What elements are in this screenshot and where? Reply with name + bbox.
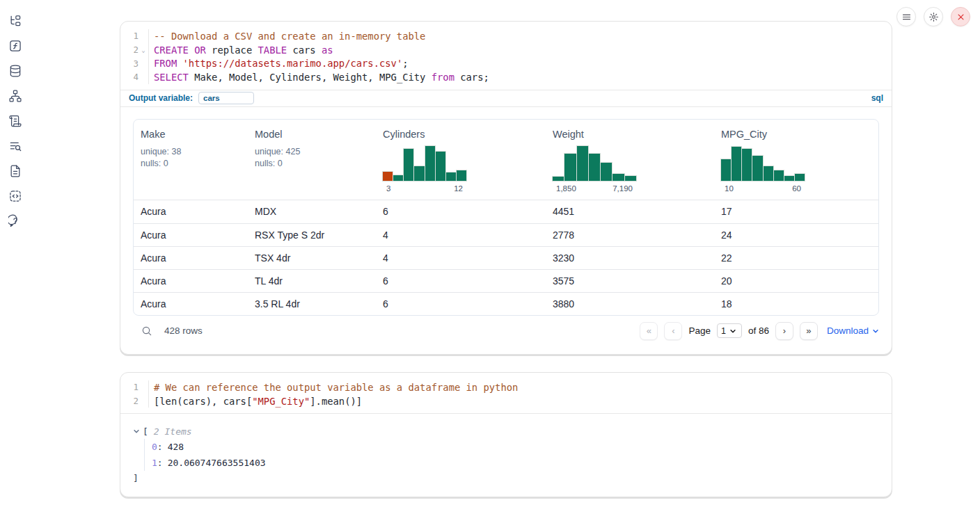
sidebar-item-logs[interactable] — [6, 138, 24, 154]
code-line[interactable]: 2 ⌄ CREATE OR replace TABLE cars as — [120, 43, 892, 57]
sidebar-item-dependency-graph[interactable] — [6, 88, 24, 104]
items-count-label: 2 Items — [154, 426, 192, 437]
code-line[interactable]: 1 -- Download a CSV and create an in-mem… — [120, 29, 892, 43]
line-number: 2 — [120, 396, 139, 406]
database-icon — [8, 64, 22, 78]
histogram-bar — [764, 166, 773, 181]
column-header-mpg-city[interactable]: MPG_City 10 60 — [714, 120, 878, 200]
table-cell: RSX Type S 2dr — [248, 230, 376, 241]
chevrons-right-icon: » — [806, 326, 811, 335]
code-snippet-icon — [8, 189, 22, 203]
table-cell: 3230 — [546, 252, 714, 264]
histogram-axis: 10 60 — [721, 184, 805, 193]
last-page-button[interactable]: » — [800, 322, 818, 340]
code-line[interactable]: 3 FROM 'https://datasets.marimo.app/cars… — [120, 56, 892, 70]
collapse-chevron-icon[interactable] — [133, 428, 140, 435]
sidebar-item-file-tree[interactable] — [6, 13, 24, 29]
histogram-bar — [795, 174, 805, 181]
code-token: ; — [402, 58, 408, 69]
cylinders-histogram[interactable]: 3 12 — [383, 146, 466, 193]
mpg-city-histogram[interactable]: 10 60 — [721, 146, 805, 193]
table-cell: 18 — [714, 298, 878, 309]
column-stats: unique: 38 nulls: 0 — [141, 146, 241, 170]
code-line[interactable]: 2 [len(cars), cars["MPG_City"].mean()] — [120, 394, 892, 408]
weight-histogram[interactable]: 1,850 7,190 — [553, 146, 636, 193]
sidebar-item-scratchpad[interactable] — [6, 113, 24, 129]
table-search-button[interactable] — [141, 325, 152, 337]
python-code-editor[interactable]: 1 # We can reference the output variable… — [120, 373, 892, 413]
output-variable-row: Output variable: sql — [120, 90, 892, 107]
code-token: -- Download a CSV and create an in-memor… — [154, 31, 425, 42]
code-line[interactable]: 4 SELECT Make, Model, Cylinders, Weight,… — [120, 70, 892, 84]
histogram-bar — [774, 170, 784, 181]
table-row: Acura TSX 4dr 4 3230 22 — [134, 246, 878, 269]
table-cell: 24 — [714, 230, 878, 241]
line-number: 1 — [120, 31, 139, 41]
sidebar-item-documentation[interactable] — [6, 163, 24, 179]
histogram-bar — [393, 175, 403, 181]
file-tree-icon — [8, 14, 22, 28]
notebook-actions — [896, 7, 970, 26]
histogram-bar — [732, 147, 741, 181]
column-header-cylinders[interactable]: Cylinders 3 12 — [376, 120, 546, 200]
histogram-bar — [564, 154, 576, 181]
code-token: cars; — [455, 72, 489, 83]
histogram-bar — [742, 149, 752, 181]
page-select[interactable]: 1 — [717, 323, 742, 338]
data-table: Make unique: 38 nulls: 0 Model unique: 4… — [133, 119, 879, 316]
menu-button[interactable] — [896, 7, 916, 26]
python-cell-output: [ 2 Items 0:428 1:20.060747663551403 ] — [120, 414, 892, 497]
code-token: TABLE — [258, 45, 287, 56]
code-token: # We can reference the output variable a… — [154, 382, 518, 393]
code-token — [189, 45, 194, 56]
code-token: CREATE — [154, 45, 189, 56]
sidebar-item-help[interactable] — [6, 213, 24, 230]
table-cell: 3880 — [546, 298, 714, 309]
first-page-button[interactable]: « — [640, 322, 658, 340]
help-icon — [8, 214, 22, 228]
shutdown-button[interactable] — [951, 7, 970, 26]
bracket-close: ] — [133, 471, 879, 485]
code-token: as — [322, 45, 333, 56]
tree-value: 20.060747663551403 — [168, 458, 266, 468]
column-header-model[interactable]: Model unique: 425 nulls: 0 — [248, 120, 376, 200]
download-button[interactable]: Download — [827, 325, 879, 336]
table-row: Acura TL 4dr 6 3575 20 — [134, 269, 878, 292]
sidebar-item-datasources[interactable] — [6, 63, 24, 79]
column-header-weight[interactable]: Weight 1,850 7,190 — [546, 120, 714, 200]
tree-root: [ 2 Items — [133, 424, 879, 439]
histogram-bar — [383, 172, 393, 181]
column-header-make[interactable]: Make unique: 38 nulls: 0 — [134, 120, 248, 200]
table-cell: Acura — [134, 298, 248, 309]
code-token: [len(cars), cars[ — [154, 396, 252, 407]
column-stats: unique: 425 nulls: 0 — [255, 146, 369, 170]
settings-button[interactable] — [924, 7, 943, 26]
tree-key: 1 — [152, 458, 157, 468]
document-icon — [8, 164, 22, 178]
table-row: Acura MDX 6 4451 17 — [134, 200, 878, 223]
code-token: SELECT — [154, 72, 189, 83]
sql-cell: 1 -- Download a CSV and create an in-mem… — [120, 21, 892, 355]
chevron-down-icon — [729, 328, 736, 335]
sidebar-item-functions[interactable] — [6, 38, 24, 54]
histogram-bar — [414, 166, 424, 181]
table-cell: 3575 — [546, 275, 714, 287]
table-cell: Acura — [134, 230, 248, 241]
code-token: FROM — [154, 58, 177, 69]
previous-page-button[interactable]: ‹ — [664, 322, 682, 340]
histogram-bar — [404, 149, 413, 181]
table-cell: 4 — [376, 252, 546, 264]
scroll-icon — [8, 114, 22, 128]
next-page-button[interactable]: › — [775, 322, 793, 340]
table-cell: TL 4dr — [248, 275, 376, 287]
output-variable-input[interactable] — [198, 92, 254, 104]
sidebar-item-snippets[interactable] — [6, 188, 24, 204]
line-number: 3 — [120, 58, 139, 69]
code-line[interactable]: 1 # We can reference the output variable… — [120, 380, 892, 394]
histogram-bar — [625, 176, 636, 181]
language-badge: sql — [871, 93, 883, 103]
fold-chevron-icon[interactable]: ⌄ — [139, 47, 148, 54]
sql-code-editor[interactable]: 1 -- Download a CSV and create an in-mem… — [120, 22, 892, 90]
menu-icon — [901, 12, 912, 22]
histogram-bar — [577, 146, 588, 181]
